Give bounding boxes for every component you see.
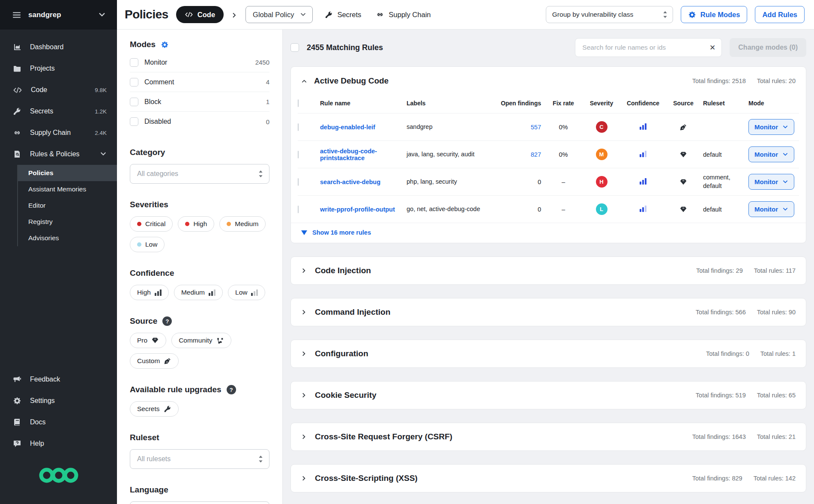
rule-name-link[interactable]: debug-enabled-leif xyxy=(320,124,403,131)
rule-name-link[interactable]: write-pprof-profile-output xyxy=(320,206,403,213)
rule-modes-button[interactable]: Rule Modes xyxy=(681,6,748,23)
checkbox[interactable] xyxy=(130,117,138,126)
sidebar-item-feedback[interactable]: Feedback xyxy=(0,369,117,390)
table-row: search-active-debug php, lang, security … xyxy=(298,168,799,195)
checkbox[interactable] xyxy=(130,58,138,67)
source-chip-custom[interactable]: Custom xyxy=(130,353,179,369)
confidence-bars-icon xyxy=(251,289,258,296)
upgrades-chip-secrets[interactable]: Secrets xyxy=(130,401,179,417)
sidebar-subitem-registry[interactable]: Registry xyxy=(18,214,117,230)
mode-dropdown[interactable]: Monitor xyxy=(748,174,794,190)
group-card-command-injection[interactable]: Command Injection Total findings: 566Tot… xyxy=(290,298,806,326)
mode-filter-disabled[interactable]: Disabled 0 xyxy=(130,112,269,131)
open-findings-link[interactable]: 557 xyxy=(531,124,543,131)
sidebar-item-secrets[interactable]: Secrets 1.2K xyxy=(0,101,117,122)
chevron-right-icon[interactable] xyxy=(301,268,307,274)
labels-cell: sandgrep xyxy=(407,119,494,136)
count-badge: 1.2K xyxy=(95,108,107,115)
hamburger-icon[interactable] xyxy=(12,10,21,20)
checkbox[interactable] xyxy=(130,98,138,106)
category-select[interactable]: All categories xyxy=(130,164,269,184)
chevron-right-icon[interactable] xyxy=(301,309,307,315)
circle-question-icon[interactable]: ? xyxy=(227,385,236,394)
severity-chip-low[interactable]: Low xyxy=(130,237,165,252)
severity-chip-high[interactable]: High xyxy=(178,216,214,232)
row-checkbox[interactable] xyxy=(298,206,299,213)
gear-icon[interactable] xyxy=(161,41,169,49)
group-card-configuration[interactable]: Configuration Total findings: 0Total rul… xyxy=(290,340,806,368)
sidebar-subitem-policies[interactable]: Policies xyxy=(18,165,117,181)
add-rules-button[interactable]: Add Rules xyxy=(755,6,805,23)
sidebar-item-supply-chain[interactable]: Supply Chain 2.4K xyxy=(0,122,117,143)
change-modes-button[interactable]: Change modes (0) xyxy=(730,38,806,57)
severity-chip-critical[interactable]: Critical xyxy=(130,216,173,232)
code-icon xyxy=(13,87,22,93)
search-input[interactable] xyxy=(582,44,705,51)
sidebar-item-dashboard[interactable]: Dashboard xyxy=(0,36,117,58)
col-fix-rate: Fix rate xyxy=(553,100,574,107)
show-more-rules[interactable]: Show 16 more rules xyxy=(291,223,806,243)
confidence-bars-icon xyxy=(640,151,646,157)
mode-filter-block[interactable]: Block 1 xyxy=(130,92,269,112)
chevron-right-icon[interactable] xyxy=(301,392,307,398)
ruleset-select[interactable]: All rulesets xyxy=(130,449,269,469)
group-card-code-injection[interactable]: Code Injection Total findings: 29Total r… xyxy=(290,256,806,285)
sidebar-item-label: Settings xyxy=(30,397,107,405)
source-chip-pro[interactable]: Pro xyxy=(130,333,166,348)
table-row: write-pprof-profile-output go, net, acti… xyxy=(298,195,799,223)
sidebar-item-settings[interactable]: Settings xyxy=(0,390,117,412)
group-card-csrf[interactable]: Cross-Site Request Forgery (CSRF) Total … xyxy=(290,423,806,451)
total-rules: Total rules: 142 xyxy=(754,475,796,482)
group-header[interactable]: Active Debug Code Total findings: 2518 T… xyxy=(291,67,806,93)
fix-rate-value: – xyxy=(562,179,565,185)
confidence-chip-high[interactable]: High xyxy=(130,285,169,300)
clear-search-icon[interactable]: ✕ xyxy=(709,43,715,52)
severity-chip-medium[interactable]: Medium xyxy=(219,216,266,232)
col-severity: Severity xyxy=(590,100,613,107)
group-card-xss[interactable]: Cross-Site-Scripting (XSS) Total finding… xyxy=(290,464,806,492)
sidebar-subitem-assistant-memories[interactable]: Assistant Memories xyxy=(18,181,117,197)
add-rules-label: Add Rules xyxy=(762,11,797,19)
chevron-up-icon[interactable] xyxy=(301,78,307,84)
checkbox[interactable] xyxy=(130,78,138,86)
row-checkbox[interactable] xyxy=(298,178,299,186)
org-switcher[interactable]: sandgrep xyxy=(0,0,117,30)
rule-name-link[interactable]: active-debug-code-printstacktrace xyxy=(320,148,403,161)
sidebar-subitem-editor[interactable]: Editor xyxy=(18,197,117,214)
chevron-right-icon[interactable] xyxy=(301,351,307,357)
sidebar-item-code[interactable]: Code 9.8K xyxy=(0,79,117,101)
mode-dropdown[interactable]: Monitor xyxy=(748,146,794,162)
rule-name-link[interactable]: search-active-debug xyxy=(320,179,403,185)
confidence-chip-medium[interactable]: Medium xyxy=(174,285,223,300)
confidence-chip-low[interactable]: Low xyxy=(228,285,265,300)
chevron-right-icon[interactable] xyxy=(301,475,307,481)
app-root: sandgrep Dashboard Projects Code 9.8K Se… xyxy=(0,0,814,504)
mode-dropdown[interactable]: Monitor xyxy=(748,201,794,217)
circle-question-icon[interactable]: ? xyxy=(162,316,172,326)
supply-chain-tab[interactable]: Supply Chain xyxy=(376,10,431,19)
code-product-pill[interactable]: Code xyxy=(176,6,224,23)
mode-dropdown[interactable]: Monitor xyxy=(748,119,794,135)
sidebar-item-help[interactable]: Help xyxy=(0,433,117,454)
mode-filter-comment[interactable]: Comment 4 xyxy=(130,72,269,92)
group-card-cookie-security[interactable]: Cookie Security Total findings: 519Total… xyxy=(290,381,806,409)
sidebar-item-rules-policies[interactable]: Rules & Policies xyxy=(0,143,117,165)
secrets-tab[interactable]: Secrets xyxy=(325,11,361,19)
row-checkbox[interactable] xyxy=(298,123,299,131)
sidebar-subitem-advisories[interactable]: Advisories xyxy=(18,230,117,246)
source-chip-community[interactable]: Community xyxy=(171,333,231,348)
chevron-down-icon[interactable] xyxy=(100,151,107,158)
total-rules: Total rules: 20 xyxy=(757,78,796,84)
chevron-down-icon[interactable] xyxy=(98,11,106,19)
policy-select[interactable]: Global Policy xyxy=(245,6,313,23)
row-checkbox[interactable] xyxy=(298,151,299,158)
open-findings-link[interactable]: 827 xyxy=(531,151,543,158)
language-select[interactable]: All languages xyxy=(130,501,269,504)
mode-filter-monitor[interactable]: Monitor 2450 xyxy=(130,53,269,72)
sidebar-item-docs[interactable]: Docs xyxy=(0,412,117,433)
chevron-right-icon[interactable] xyxy=(301,434,307,440)
group-by-select[interactable]: Group by vulnerability class xyxy=(546,6,673,23)
sidebar-item-projects[interactable]: Projects xyxy=(0,58,117,79)
group-select-checkbox[interactable] xyxy=(298,99,299,107)
select-all-checkbox[interactable] xyxy=(290,43,299,52)
